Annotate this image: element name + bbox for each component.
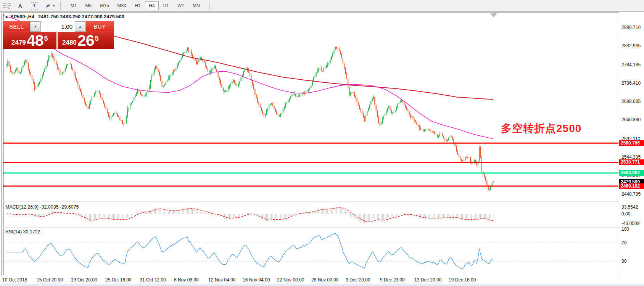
level-badge-2503.007: 2503.007: [619, 170, 644, 176]
time-axis-label: 15 Oct 20:00: [37, 277, 63, 283]
top-toolbar: F A T ▼ M1M5M15M30H1H4D1W1MN: [0, 0, 644, 12]
text-box-icon[interactable]: T: [30, 1, 39, 10]
level-badge-2580.766: 2580.766: [619, 140, 644, 146]
price-axis[interactable]: 2880.7102832.9352784.1852736.4102688.635…: [619, 12, 644, 284]
tab-timeframe-m1[interactable]: M1: [67, 1, 81, 10]
time-axis-label: 19 Dec 16:00: [449, 277, 476, 283]
indicator-list-icon[interactable]: F: [2, 1, 11, 10]
toolbar-separator: [60, 1, 61, 10]
price-axis-tick: 2688.635: [621, 99, 641, 104]
timeframe-toolbar: M1M5M15M30H1H4D1W1MN: [66, 1, 204, 10]
buy-price-display[interactable]: 2480265: [58, 32, 114, 49]
chart-title-row: ▲ SP500-,H4 2481.750 2483.250 2477.000 2…: [5, 14, 124, 19]
price-axis-tick: 2784.185: [621, 62, 641, 67]
time-axis-label: 28 Nov 00:00: [311, 277, 338, 283]
tab-timeframe-h4[interactable]: H4: [145, 1, 158, 10]
chart-shift-marker[interactable]: [491, 13, 497, 17]
status-bar: [0, 284, 644, 286]
volume-increase-button[interactable]: ▲: [75, 21, 85, 32]
price-axis-tick: 2544.335: [621, 154, 641, 160]
tab-timeframe-m5[interactable]: M5: [82, 1, 96, 10]
price-axis-tick: 2736.410: [621, 80, 641, 86]
buy-price-big: 26: [77, 33, 94, 48]
price-axis-tick: 2880.710: [621, 25, 641, 30]
time-axis-label: 19 Oct 20:00: [71, 277, 97, 283]
tab-timeframe-mn[interactable]: MN: [189, 1, 204, 10]
time-axis-label: 9 Dec 23:00: [380, 277, 405, 283]
time-axis-label: 22 Nov 00:00: [277, 277, 304, 283]
ohlc-quote-label: 2481.750 2483.250 2477.000 2479.500: [38, 14, 124, 19]
symbol-marker-icon: ▲: [5, 15, 8, 19]
buy-price-main: 2480: [62, 38, 77, 48]
rsi-axis-tick: 100: [621, 227, 629, 232]
sell-price-main: 2479: [11, 38, 26, 48]
time-axis-label: 10 Oct 2018: [2, 277, 27, 283]
time-axis-label: 25 Oct 16:00: [105, 277, 132, 283]
time-axis-label: 12 Nov 04:00: [208, 277, 235, 283]
f-glyph: F: [8, 6, 10, 9]
sell-button[interactable]: SELL: [3, 21, 30, 32]
level-badge-2530.771: 2530.771: [619, 159, 644, 165]
rsi-indicator-label: RSI(14) 30.1722: [5, 229, 40, 235]
sell-price-big: 48: [27, 33, 43, 48]
buy-price-sup: 5: [95, 35, 98, 42]
tab-timeframe-w1[interactable]: W1: [174, 1, 188, 10]
window-left-border: [1, 12, 2, 284]
toolbar-separator: [209, 1, 210, 10]
buy-button[interactable]: BUY: [86, 21, 114, 32]
letter-t-glyph: T: [31, 2, 38, 10]
time-axis[interactable]: 10 Oct 201815 Oct 20:0019 Oct 20:0025 Oc…: [0, 275, 619, 284]
macd-axis-tick: 0.00: [621, 211, 630, 217]
tab-timeframe-m30[interactable]: M30: [114, 1, 130, 10]
price-axis-tick: 2832.935: [621, 43, 641, 48]
letter-a-glyph: A: [18, 3, 23, 9]
tab-timeframe-h1[interactable]: H1: [131, 1, 144, 10]
tab-timeframe-d1[interactable]: D1: [159, 1, 173, 10]
rsi-axis-tick: 70: [621, 240, 626, 246]
text-label-icon[interactable]: A: [16, 1, 25, 10]
time-axis-label: 31 Oct 12:00: [140, 277, 166, 283]
one-click-trading-panel: SELL ▼ ▲ BUY 2479485 2480265: [3, 21, 114, 49]
macd-axis-tick: 33.5542: [621, 204, 638, 210]
macd-axis-tick: -43.0509: [621, 221, 639, 226]
time-axis-label: 3 Dec 20:00: [346, 277, 370, 283]
chevron-down-icon: ▼: [52, 4, 55, 8]
sell-price-sup: 5: [44, 35, 48, 42]
price-axis-tick: 2448.785: [621, 191, 641, 197]
volume-input[interactable]: [41, 21, 75, 32]
mt4-window: { "toolbar": { "icon_f": "F", "icon_a": …: [0, 0, 644, 286]
rsi-axis-tick: 30: [621, 259, 626, 264]
macd-indicator-label: MACD(12,26,9) -32.0035 -29.6075: [5, 204, 79, 210]
zorder-arrows-icon[interactable]: ▼: [45, 1, 55, 10]
volume-spinner: ▼ ▲: [30, 21, 86, 32]
spinner-up-icon: ▲: [79, 25, 82, 29]
chart-symbol-label: SP500-,H4: [10, 14, 34, 19]
price-axis-tick: 2640.860: [621, 117, 641, 122]
volume-decrease-button[interactable]: ▼: [30, 21, 41, 32]
time-axis-label: 13 Dec 20:00: [414, 277, 441, 283]
tab-timeframe-m15[interactable]: M15: [96, 1, 113, 10]
spinner-down-icon: ▼: [34, 25, 37, 29]
time-axis-label: 16 Nov 04:00: [243, 277, 270, 283]
sell-price-display[interactable]: 2479485: [3, 32, 56, 49]
arrows-glyph: [45, 3, 52, 9]
time-axis-label: 6 Nov 08:00: [174, 277, 199, 283]
level-badge-2469.162: 2469.162: [619, 183, 644, 189]
chart-annotation-text: 多空转折点2500: [501, 121, 581, 136]
